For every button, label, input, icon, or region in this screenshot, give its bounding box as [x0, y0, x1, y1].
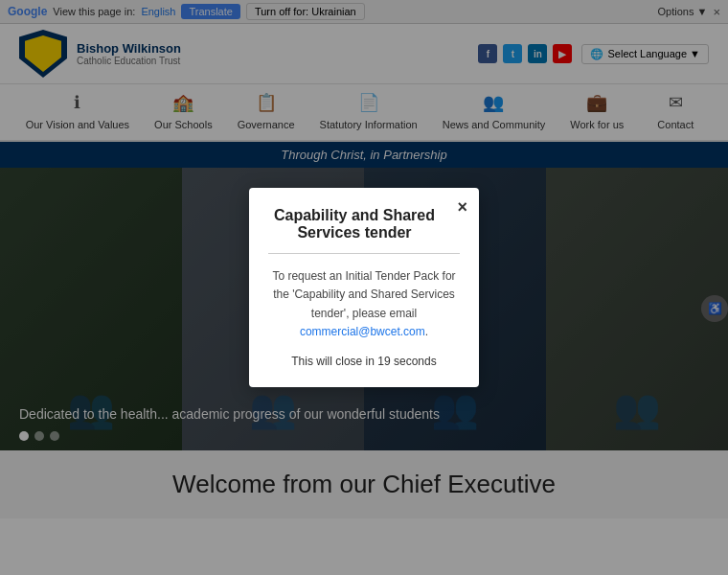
modal-email-link[interactable]: commercial@bwcet.com [300, 325, 425, 338]
countdown-prefix: This will close in [291, 355, 375, 368]
modal-overlay: × Capability and Shared Services tender … [0, 0, 728, 575]
modal-countdown: This will close in 19 seconds [268, 355, 460, 368]
modal-divider [268, 253, 460, 254]
countdown-suffix: seconds [394, 355, 437, 368]
modal-dialog: × Capability and Shared Services tender … [249, 188, 479, 387]
countdown-seconds: 19 [377, 355, 390, 368]
modal-body: To request an Initial Tender Pack for th… [268, 267, 460, 341]
modal-body-text: To request an Initial Tender Pack for th… [272, 269, 455, 319]
modal-close-button[interactable]: × [457, 197, 467, 218]
modal-title: Capability and Shared Services tender [268, 207, 460, 242]
